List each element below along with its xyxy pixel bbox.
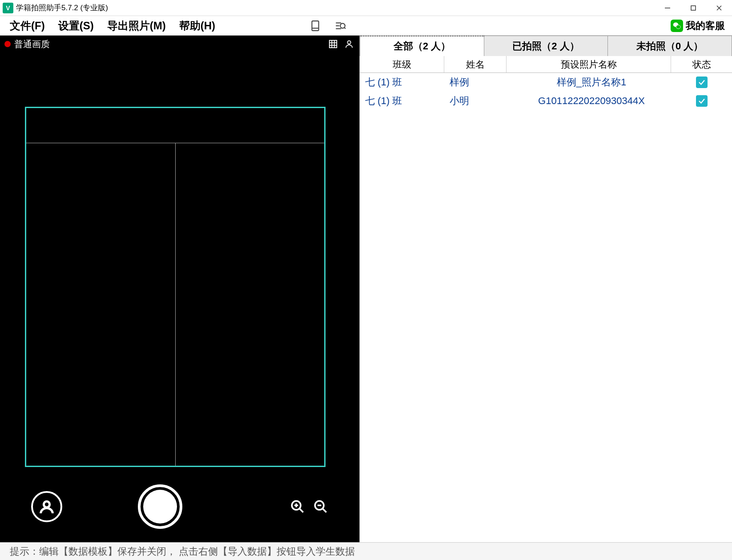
profile-button[interactable] [31,491,62,522]
cell-class: 七 (1) 班 [360,76,444,89]
app-icon: V [3,3,13,13]
grid-icon[interactable] [327,38,339,50]
wechat-icon[interactable] [671,20,683,32]
zoom-out-button[interactable] [313,499,328,514]
th-class[interactable]: 班级 [360,56,444,73]
cell-name: 小明 [444,94,507,108]
status-text: 提示：编辑【数据模板】保存并关闭， 点击右侧【导入数据】按钮导入学生数据 [10,545,355,558]
cell-preset: 样例_照片名称1 [507,76,671,89]
minimize-button[interactable] [655,0,680,16]
device-icon[interactable] [309,19,322,32]
quality-label: 普通画质 [14,38,50,50]
guide-vertical [175,143,176,466]
table-body: 七 (1) 班样例样例_照片名称1七 (1) 班小明G1011222022093… [360,73,732,110]
zoom-in-button[interactable] [290,499,305,514]
th-preset[interactable]: 预设照片名称 [507,56,671,73]
menu-settings[interactable]: 设置(S) [58,19,94,33]
check-icon [696,95,708,107]
menu-help[interactable]: 帮助(H) [179,19,215,33]
shutter-inner [143,490,177,524]
svg-point-19 [44,501,49,507]
titlebar: V 学籍拍照助手5.7.2 (专业版) [0,0,732,16]
svg-line-21 [299,508,303,512]
maximize-button[interactable] [680,0,706,16]
viewfinder [25,107,326,467]
person-silhouette-icon[interactable] [343,38,355,50]
record-indicator-icon [4,41,11,47]
svg-point-12 [676,25,680,28]
cell-name: 样例 [444,76,507,89]
filter-search-icon[interactable] [334,19,347,32]
close-button[interactable] [706,0,732,16]
statusbar: 提示：编辑【数据模板】保存并关闭， 点击右侧【导入数据】按钮导入学生数据 [0,542,732,560]
menu-file[interactable]: 文件(F) [10,19,45,33]
svg-rect-4 [312,21,318,31]
camera-pane: 普通画质 [0,36,359,542]
svg-rect-1 [691,6,696,10]
support-link[interactable]: 我的客服 [686,19,725,32]
svg-line-25 [322,508,326,512]
svg-line-10 [344,27,346,28]
th-name[interactable]: 姓名 [444,56,507,73]
cell-status [671,95,732,107]
cell-class: 七 (1) 班 [360,94,444,108]
cell-preset: G10112220220930344X [507,95,671,107]
tab-nottaken[interactable]: 未拍照（0 人） [608,36,732,56]
cell-status [671,77,732,88]
shutter-button[interactable] [138,484,182,529]
svg-point-18 [347,41,350,44]
menubar: 文件(F) 设置(S) 导出照片(M) 帮助(H) 我的客服 [0,16,732,36]
check-icon [696,77,708,88]
svg-point-9 [340,23,345,28]
table-header: 班级 姓名 预设照片名称 状态 [360,56,732,73]
menu-export[interactable]: 导出照片(M) [107,19,166,33]
svg-rect-13 [330,40,337,48]
tab-all[interactable]: 全部（2 人） [360,36,484,56]
table-row[interactable]: 七 (1) 班样例样例_照片名称1 [360,73,732,92]
th-status[interactable]: 状态 [671,56,732,73]
window-title: 学籍拍照助手5.7.2 (专业版) [16,3,655,13]
table-row[interactable]: 七 (1) 班小明G10112220220930344X [360,92,732,110]
tab-taken[interactable]: 已拍照（2 人） [484,36,608,56]
data-pane: 全部（2 人） 已拍照（2 人） 未拍照（0 人） 班级 姓名 预设照片名称 状… [359,36,732,542]
